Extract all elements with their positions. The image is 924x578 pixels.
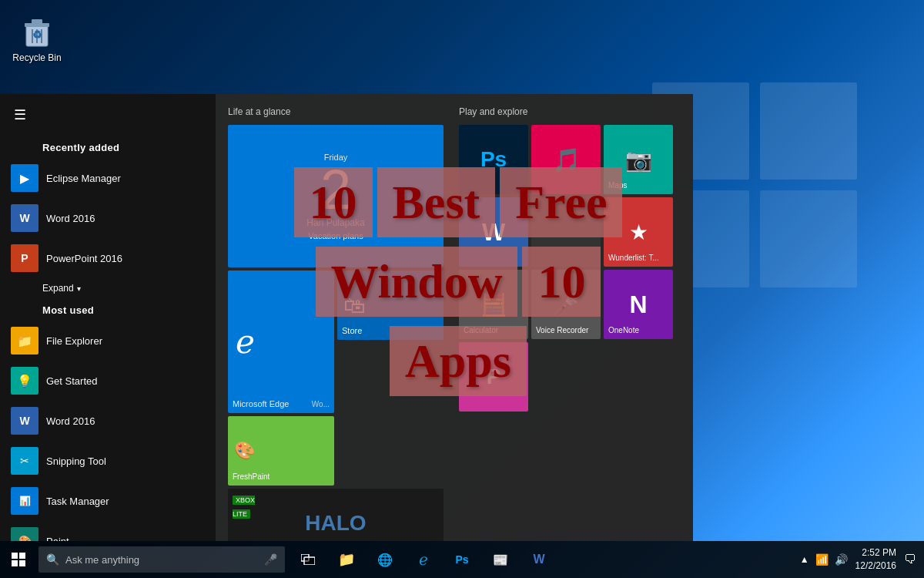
volume-icon[interactable]: 🔊 [835,553,848,566]
network-tray-icon[interactable]: 📶 [815,553,829,566]
calendar-event: Vacation plans [308,231,363,240]
eclipse-icon: ▶ [11,164,38,192]
news-taskbar-icon: 📰 [493,553,508,567]
groove-icon: 🎵 [552,146,581,173]
tile-freshpaint[interactable]: 🎨 FreshPaint [228,416,334,486]
network-taskbar-icon: 🌐 [377,553,393,567]
tile-calendar[interactable]: Friday 2 Hari Pulapaka Vacation plans [228,125,444,267]
notification-icon[interactable]: 🗨 [904,553,916,566]
menu-item-snipping[interactable]: ✂ Snipping Tool [0,441,216,481]
taskbar-news[interactable]: 📰 [482,541,519,578]
system-tray-icons: ▲ 📶 🔊 [800,553,848,566]
tile-store[interactable]: 🛍 Store [337,271,444,340]
recycle-bin[interactable]: ♻ Recycle Bin [9,15,65,63]
word-right-icon: W [482,218,505,247]
snipping-icon: ✂ [11,447,38,475]
maps-icon: 📷 [625,147,652,173]
paint-label: Paint [46,536,69,542]
file-explorer-taskbar-icon: 📁 [338,551,355,568]
taskbar-photoshop[interactable]: Ps [444,541,480,578]
menu-item-word-recent[interactable]: W Word 2016 [0,198,216,238]
life-at-glance-section: Life at a glance Friday 2 Hari Pulapaka … [228,106,444,529]
menu-item-eclipse[interactable]: ▶ Eclipse Manager [0,158,216,198]
powerpoint-icon: P [11,244,38,272]
svg-rect-16 [304,557,315,565]
menu-item-task-manager[interactable]: 📊 Task Manager [0,481,216,521]
calendar-user: Hari Pulapaka [306,217,364,228]
get-started-icon: 💡 [11,367,38,395]
file-explorer-icon: 📁 [11,327,38,355]
task-view-button[interactable] [290,541,326,578]
up-arrow-icon[interactable]: ▲ [800,554,809,565]
get-started-label: Get Started [46,375,97,387]
taskbar-word[interactable]: W [521,541,557,578]
tiles-panel: Life at a glance Friday 2 Hari Pulapaka … [216,94,693,541]
maps-label: Maps [608,181,627,190]
start-menu: ☰ Recently added ▶ Eclipse Manager W Wor… [0,94,693,541]
photoshop-taskbar-icon: Ps [455,553,468,566]
calculator-icon: 🧮 [480,292,507,318]
wunderlist-icon: ★ [629,220,648,245]
search-bar[interactable]: 🔍 Ask me anything 🎤 [38,546,285,573]
tile-picsart[interactable]: P [459,342,528,412]
store-tile-label: Store [342,326,362,335]
hamburger-menu-button[interactable]: ☰ [0,94,216,136]
tile-photoshop[interactable]: Ps [459,125,528,194]
clock: 2:52 PM 12/2/2016 [855,546,896,573]
taskbar-edge[interactable]: ℯ [405,541,442,578]
tile-calculator[interactable]: 🧮 Calculator [459,270,528,339]
svg-rect-1 [760,82,857,180]
taskbar-network[interactable]: 🌐 [367,541,403,578]
edge-tile-sublabel: Wo... [312,400,330,408]
edge-tile-label: Microsoft Edge [233,399,289,408]
play-explore-header: Play and explore [459,106,681,117]
menu-item-paint[interactable]: 🎨 Paint [0,521,216,541]
menu-item-word-used[interactable]: W Word 2016 [0,401,216,441]
tile-voice-recorder[interactable]: 🎤 Voice Recorder [531,270,601,339]
expand-chevron-icon: ▾ [77,284,81,293]
taskbar-file-explorer[interactable]: 📁 [328,541,365,578]
tile-edge[interactable]: ℯ Microsoft Edge Wo... [228,271,334,413]
menu-item-get-started[interactable]: 💡 Get Started [0,361,216,401]
start-button[interactable] [0,541,37,578]
search-placeholder-text: Ask me anything [65,554,264,566]
tile-onenote[interactable]: N OneNote [604,270,673,339]
word-used-icon: W [11,407,38,435]
life-at-glance-header: Life at a glance [228,106,444,117]
svg-text:♻: ♻ [32,29,42,41]
file-explorer-label: File Explorer [46,335,102,347]
calculator-label: Calculator [464,326,498,334]
tile-groove[interactable]: 🎵 [531,125,601,194]
tile-word-right[interactable]: W [459,197,528,267]
play-explore-section: Play and explore Ps 🎵 📷 [459,106,681,529]
taskbar-right: ▲ 📶 🔊 2:52 PM 12/2/2016 🗨 [800,546,924,573]
svg-rect-13 [12,560,18,566]
tile-blank [531,197,601,267]
menu-item-file-explorer[interactable]: 📁 File Explorer [0,321,216,361]
clock-time: 2:52 PM [855,546,896,560]
tile-halo[interactable]: XBOXLITE HALO SPARTAN ASSAULT [228,489,444,541]
menu-item-powerpoint[interactable]: P PowerPoint 2016 [0,238,216,278]
microphone-icon: 🎤 [264,553,277,566]
halo-bg: HALO [228,489,444,541]
tiles-sections: Life at a glance Friday 2 Hari Pulapaka … [228,106,681,529]
fresh-tile-icon: 🎨 [234,441,255,461]
expand-button[interactable]: Expand ▾ [0,278,216,298]
task-manager-label: Task Manager [46,496,109,507]
store-tile-icon: 🛍 [343,293,365,318]
word-recent-icon: W [11,204,38,232]
xbox-badge: XBOXLITE [233,492,255,519]
left-panel: ☰ Recently added ▶ Eclipse Manager W Wor… [0,94,216,541]
wunderlist-label: Wunderlist: T... [608,254,659,262]
picsart-icon: P [487,365,501,389]
voice-recorder-icon: 🎤 [553,292,580,318]
voice-recorder-label: Voice Recorder [536,326,588,334]
tile-maps[interactable]: 📷 Maps [604,125,673,194]
powerpoint-label: PowerPoint 2016 [46,253,122,264]
eclipse-label: Eclipse Manager [46,173,121,184]
edge-taskbar-icon: ℯ [419,550,428,569]
desktop: ♻ Recycle Bin ☰ Recently added ▶ Eclipse… [0,0,924,578]
most-used-header: Most used [0,298,216,321]
taskbar: 🔍 Ask me anything 🎤 📁 🌐 ℯ [0,541,924,578]
tile-wunderlist[interactable]: ★ Wunderlist: T... [604,197,673,267]
